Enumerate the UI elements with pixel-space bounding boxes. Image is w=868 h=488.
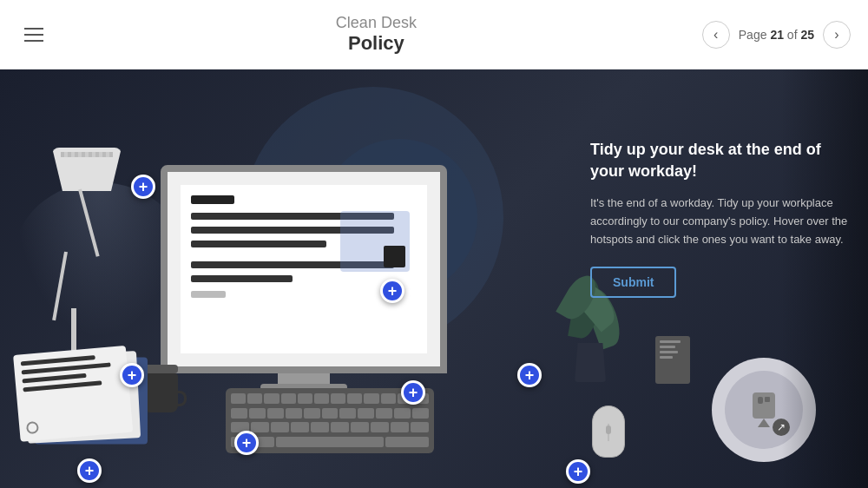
monitor-text-title (191, 195, 234, 204)
title-line2: Policy (50, 32, 702, 55)
lamp-head (52, 148, 122, 191)
key-row-4 (231, 437, 429, 449)
mouse-divider (608, 424, 609, 441)
papers-stack (13, 343, 161, 458)
submit-button[interactable]: Submit (590, 267, 676, 298)
navigation-controls: ‹ Page 21 of 25 › (702, 21, 851, 49)
monitor-card (340, 211, 410, 272)
usb-icon: ↗ (742, 388, 786, 432)
scene: ↗ Tidy up your desk at the end of your w… (0, 69, 868, 488)
hotspot-hs-mug[interactable]: + (120, 363, 144, 387)
hotspot-hs-papers[interactable]: + (77, 458, 102, 483)
monitor-content (181, 185, 427, 353)
panel-heading: Tidy up your desk at the end of your wor… (590, 139, 851, 182)
monitor-screen (161, 165, 447, 373)
plant-pot (575, 343, 606, 382)
svg-rect-0 (753, 392, 775, 419)
prev-button[interactable]: ‹ (702, 21, 730, 49)
page-info: Page 21 of 25 (739, 28, 814, 42)
key-row-1 (231, 393, 429, 406)
monitor-card-square (384, 246, 405, 267)
paper-hole (26, 421, 39, 434)
hotspot-hs-pen[interactable]: + (234, 431, 259, 455)
hotspot-hs-gadget[interactable]: + (566, 459, 590, 484)
panel-body: It's the end of a workday. Tidy up your … (590, 195, 851, 248)
monitor (161, 165, 447, 399)
svg-marker-3 (758, 419, 770, 427)
mouse (592, 406, 625, 458)
svg-rect-2 (765, 397, 770, 402)
key-row-2 (231, 408, 429, 420)
header: Clean Desk Policy ‹ Page 21 of 25 › (0, 0, 868, 69)
menu-button[interactable] (17, 21, 50, 49)
key-row-3 (231, 422, 429, 434)
next-button[interactable]: › (823, 21, 851, 49)
hotspot-hs-plant[interactable]: + (517, 363, 542, 387)
document-small (655, 336, 690, 384)
hotspot-hs-doc[interactable]: + (401, 380, 425, 405)
paper-front (13, 346, 133, 442)
page-title: Clean Desk Policy (50, 14, 702, 55)
text-panel: Tidy up your desk at the end of your wor… (590, 139, 851, 298)
lamp-arm2 (52, 252, 68, 320)
monitor-stand (278, 373, 330, 384)
monitor-text-line5 (191, 275, 293, 282)
mug-handle (174, 391, 187, 406)
lamp-arm1 (78, 188, 100, 256)
svg-rect-1 (758, 397, 763, 404)
hotspot-hs-lamp[interactable]: + (131, 175, 155, 199)
monitor-text-line3 (191, 241, 326, 247)
monitor-text-gray (191, 291, 226, 298)
hotspot-hs-monitor[interactable]: + (380, 279, 404, 303)
title-line1: Clean Desk (50, 14, 702, 32)
